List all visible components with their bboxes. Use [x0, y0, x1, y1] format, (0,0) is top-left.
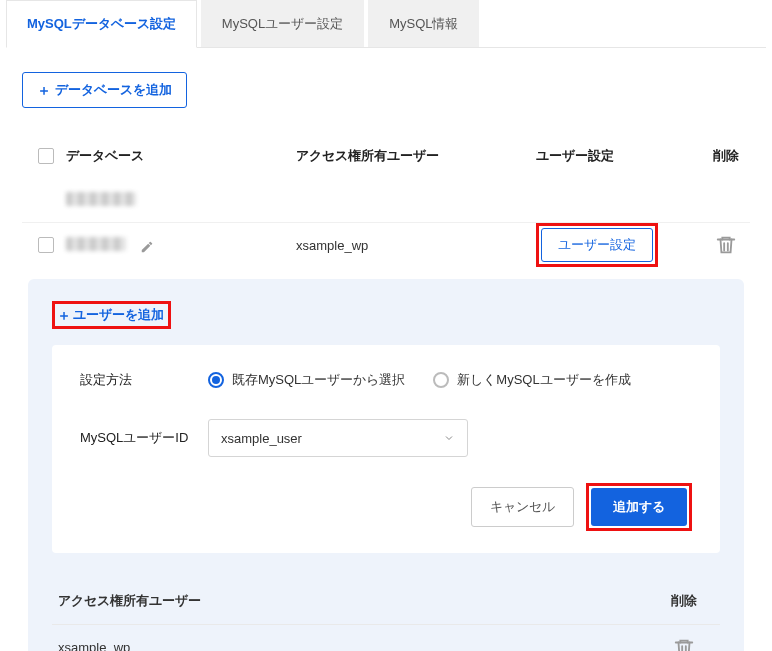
sub-th-access-user: アクセス権所有ユーザー	[58, 593, 654, 610]
th-user-settings: ユーザー設定	[536, 148, 696, 165]
cancel-button[interactable]: キャンセル	[471, 487, 574, 527]
delete-access-user-button[interactable]	[673, 637, 695, 652]
highlight-add-user: ＋ ユーザーを追加	[52, 301, 171, 329]
userid-select[interactable]: xsample_user	[208, 419, 468, 457]
database-table: データベース アクセス権所有ユーザー ユーザー設定 削除	[22, 134, 750, 651]
access-user-cell: xsample_wp	[296, 238, 536, 253]
method-radio-group: 既存MySQLユーザーから選択 新しくMySQLユーザーを作成	[208, 371, 631, 389]
row-checkbox[interactable]	[26, 237, 66, 253]
user-settings-panel: ＋ ユーザーを追加 設定方法 既存MySQLユーザーから選択	[28, 279, 744, 651]
delete-row-button[interactable]	[715, 234, 737, 256]
radio-on-icon	[208, 372, 224, 388]
th-access-user: アクセス権所有ユーザー	[296, 148, 536, 165]
tabs-bar: MySQLデータベース設定 MySQLユーザー設定 MySQL情報	[6, 0, 766, 48]
userid-label: MySQLユーザーID	[80, 429, 190, 447]
chevron-down-icon	[443, 432, 455, 444]
th-delete: 削除	[713, 148, 739, 165]
radio-off-icon	[433, 372, 449, 388]
add-database-button[interactable]: ＋ データベースを追加	[22, 72, 187, 108]
access-user-row: xsample_wp	[52, 625, 720, 651]
access-user-name: xsample_wp	[58, 640, 654, 651]
method-label: 設定方法	[80, 371, 190, 389]
tab-user-settings[interactable]: MySQLユーザー設定	[201, 0, 364, 47]
edit-icon[interactable]	[140, 239, 154, 253]
access-users-table: アクセス権所有ユーザー 削除 xsample_wp	[52, 579, 720, 651]
radio-new-label: 新しくMySQLユーザーを作成	[457, 371, 630, 389]
add-user-form: 設定方法 既存MySQLユーザーから選択 新しくMySQLユーザーを作成	[52, 345, 720, 553]
add-user-label: ユーザーを追加	[73, 306, 164, 324]
add-database-label: データベースを追加	[55, 81, 172, 99]
add-user-link[interactable]: ＋ ユーザーを追加	[57, 306, 164, 324]
plus-icon: ＋	[37, 83, 51, 97]
tab-db-settings[interactable]: MySQLデータベース設定	[6, 0, 197, 48]
tab-mysql-info[interactable]: MySQL情報	[368, 0, 479, 47]
table-header: データベース アクセス権所有ユーザー ユーザー設定 削除	[22, 134, 750, 178]
radio-existing-label: 既存MySQLユーザーから選択	[232, 371, 405, 389]
radio-new-user[interactable]: 新しくMySQLユーザーを作成	[433, 371, 630, 389]
radio-existing-user[interactable]: 既存MySQLユーザーから選択	[208, 371, 405, 389]
table-row	[22, 178, 750, 222]
db-name-cell	[66, 237, 296, 254]
table-row: xsample_wp ユーザー設定	[22, 222, 750, 267]
db-name-cell	[66, 192, 296, 209]
user-settings-button[interactable]: ユーザー設定	[541, 228, 653, 262]
content-area: ＋ データベースを追加 データベース アクセス権所有ユーザー ユーザー設定 削除	[6, 48, 766, 651]
add-button[interactable]: 追加する	[591, 488, 687, 526]
highlight-user-settings: ユーザー設定	[536, 223, 658, 267]
sub-th-delete: 削除	[654, 593, 714, 610]
highlight-add-button: 追加する	[586, 483, 692, 531]
select-all-checkbox[interactable]	[26, 148, 66, 164]
th-database: データベース	[66, 148, 296, 165]
selected-user: xsample_user	[221, 431, 302, 446]
plus-icon: ＋	[57, 308, 71, 322]
